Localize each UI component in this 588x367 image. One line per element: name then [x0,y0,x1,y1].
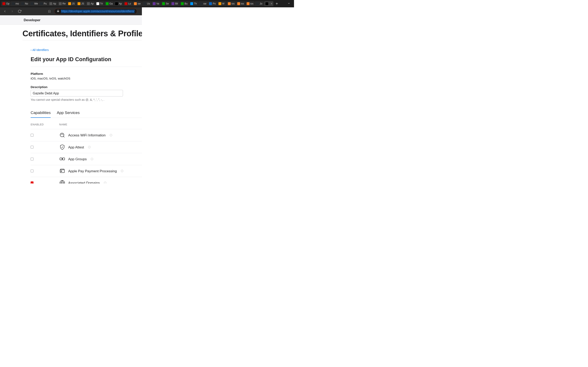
browser-tab[interactable]: Jo [255,1,264,6]
tab-favicon-icon [96,2,99,5]
capability-icon [59,132,65,138]
tab-favicon-icon [49,2,52,5]
tab-favicon-icon [40,2,43,5]
browser-tab[interactable]: × [264,1,273,6]
tab-favicon-icon [172,2,174,5]
tab-favicon-icon [265,2,268,5]
tab-label: Lo [128,2,131,5]
bookmark-button[interactable] [47,9,52,14]
tab-favicon-icon [200,2,203,5]
tab-favicon-icon [59,2,62,5]
tab-label: Ga [109,2,113,5]
tab-favicon-icon [218,2,221,5]
info-icon[interactable]: i [88,146,91,149]
tab-label: Jo [260,2,262,5]
browser-tab[interactable]: W [217,1,226,6]
browser-tab[interactable]: Us [142,1,151,6]
browser-tab[interactable]: Th [189,1,198,6]
tab-favicon-icon [78,2,80,5]
info-icon[interactable]: i [121,170,123,172]
capability-name: Associated Domains [68,181,100,184]
browser-tab[interactable]: Re [58,1,67,6]
browser-tab[interactable]: Bu [180,1,189,6]
capability-checkbox[interactable] [31,134,34,137]
tab-overflow-button[interactable] [285,2,293,6]
tab-label: W [222,2,224,5]
tab-label: Us [147,2,150,5]
developer-logo[interactable]: Developer [22,18,40,22]
tab-label: Bu [185,2,188,5]
browser-tab[interactable]: Ap [48,1,57,6]
tab-favicon-icon [87,2,90,5]
capability-checkbox[interactable] [31,146,34,149]
url-bar[interactable]: https://developer.apple.com/account/reso… [54,8,137,14]
capability-checkbox[interactable]: ✓ [31,182,34,184]
tab-label: ios [232,2,234,5]
browser-tab[interactable]: Ap [114,1,123,6]
tab-app-services[interactable]: App Services [57,110,80,118]
tab-label: Pu [44,2,47,5]
browser-tab[interactable]: Se [161,1,170,6]
tab-favicon-icon [228,2,231,5]
browser-tab[interactable]: Ap [86,1,95,6]
browser-tab[interactable]: Pu [39,1,48,6]
browser-tab[interactable]: JS [76,1,86,6]
tab-label: ios [250,2,253,5]
capability-name-cell: Associated Domainsi [59,180,153,184]
capability-checkbox[interactable] [31,158,34,160]
description-input[interactable] [31,90,123,96]
new-tab-button[interactable]: + [274,1,280,6]
tab-label: sw [138,2,141,5]
browser-tab[interactable]: mo [11,1,20,6]
info-icon[interactable]: i [91,158,93,160]
browser-tab[interactable]: We [29,1,39,6]
browser-tab[interactable]: sw [133,1,142,6]
tab-label: JS [81,2,84,5]
browser-tab[interactable]: Lo [123,1,132,6]
browser-tab[interactable]: Tri [95,1,104,6]
reload-button[interactable] [17,9,22,14]
browser-tab[interactable]: Bil [170,1,180,6]
info-icon[interactable]: i [110,134,112,136]
tab-label: ios [241,2,244,5]
info-icon[interactable]: i [104,182,106,184]
tab-label: Se [166,2,169,5]
back-link-text: All Identifiers [33,49,49,52]
tab-favicon-icon [12,2,15,5]
header-enabled: ENABLED [31,123,59,126]
browser-tab[interactable]: Op [1,1,10,6]
capability-icon [59,144,65,150]
capability-name-cell: Access WiFi Informationi [59,132,153,138]
browser-tab[interactable]: ios [227,1,236,6]
capability-name-cell: Apple Pay Payment Processingi [59,168,153,174]
tab-favicon-icon [106,2,109,5]
tab-label: Re [62,2,66,5]
browser-tab[interactable]: Va [151,1,161,6]
back-button[interactable] [2,9,7,14]
browser-tab[interactable]: No [20,1,29,6]
browser-tab[interactable]: ios [236,1,245,6]
forward-button[interactable] [10,9,15,14]
capability-icon [59,156,65,162]
chevron-left-icon: ‹ [31,49,32,52]
tab-favicon-icon [143,2,146,5]
tab-label: Ap [91,2,94,5]
tab-capabilities[interactable]: Capabilities [31,110,51,118]
right-overlay-panel [142,7,294,184]
capability-checkbox[interactable] [31,170,34,173]
browser-tab[interactable]: JS [67,1,76,6]
tab-label: Ap [119,2,122,5]
header-name: NAME [59,123,153,126]
browser-tab[interactable]: Ga [104,1,114,6]
tab-label: Bil [175,2,178,5]
tab-favicon-icon [181,2,184,5]
svg-point-7 [61,171,62,172]
browser-tab[interactable]: ios [245,1,255,6]
browser-tab[interactable]: Po [208,1,217,6]
tab-favicon-icon [153,2,156,5]
tab-favicon-icon [2,2,5,5]
capability-name: App Attest [68,145,84,149]
browser-tab[interactable]: sw [199,1,208,6]
close-icon[interactable]: × [271,2,272,5]
capability-name-cell: App Attesti [59,144,153,150]
